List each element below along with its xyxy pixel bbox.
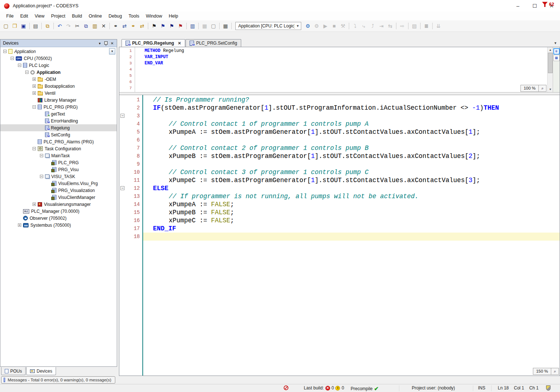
menu-tools[interactable]: Tools (125, 12, 142, 20)
write-values-button[interactable]: ▨ (410, 22, 418, 30)
code-gutter[interactable]: 123456789101112131415161718 (126, 96, 142, 241)
tabular-view-button[interactable]: ▦ (553, 55, 560, 61)
tree-expand-toggle[interactable]: − (25, 71, 29, 74)
panel-close-icon[interactable]: ✕ (109, 41, 115, 45)
step-into-button[interactable]: ⤷ (360, 22, 368, 30)
pin-icon[interactable] (103, 41, 109, 45)
tree-item-visuclientmanager[interactable]: VisuClientManager (0, 194, 117, 201)
panel-menu-icon[interactable]: ▾ (97, 41, 103, 45)
menu-edit[interactable]: Edit (17, 12, 31, 20)
minimize-button[interactable]: – (509, 0, 526, 12)
set-next-statement-button[interactable]: ⇆ (386, 22, 394, 30)
menu-build[interactable]: Build (68, 12, 85, 20)
tree-item-plc-prg-prg[interactable]: −PLC_PRG (PRG) (0, 103, 117, 110)
tree-expand-toggle[interactable]: − (33, 147, 36, 150)
pane-splitter[interactable]: ▲ ▼ (119, 92, 560, 95)
step-over-button[interactable]: ⤵ (351, 22, 359, 30)
undo-button[interactable]: ↶ (56, 22, 64, 30)
editor-tab-plc-prg-setconfig[interactable]: PLC_PRG.SetConfig (186, 39, 241, 47)
scroll-up-icon[interactable]: ▲ (548, 47, 553, 53)
tree-item-plc-manager-70-0000[interactable]: PLCPLC_Manager (70.0000) (0, 208, 117, 215)
tree-item-library-manager[interactable]: Library Manager (0, 97, 117, 103)
tree-item-visuelems-visu-prg[interactable]: VisuElems.Visu_Prg (0, 180, 117, 187)
tree-item-systembus-705000[interactable]: +Systembus (705000) (0, 222, 117, 229)
new-project-button[interactable]: ▢ (2, 22, 10, 30)
tree-expand-toggle[interactable]: − (11, 57, 14, 60)
maximize-button[interactable]: ☐ (526, 0, 543, 12)
code-editor[interactable]: // Is Programmer running?IF(stOem.astPro… (143, 96, 560, 241)
code-zoom-level[interactable]: 150 % (533, 368, 551, 375)
tree-expand-toggle[interactable]: − (40, 175, 43, 178)
tree-expand-toggle[interactable]: + (33, 91, 36, 95)
menu-debug[interactable]: Debug (105, 12, 125, 20)
tree-expand-toggle[interactable]: + (33, 203, 36, 206)
scroll-thumb[interactable] (548, 53, 553, 73)
tree-expand-toggle[interactable]: + (18, 223, 21, 227)
tree-item-observer-705002[interactable]: Observer (705002) (0, 215, 117, 222)
build-button[interactable]: ▦ (201, 22, 209, 30)
code-zoom-icon[interactable]: ⌕ (551, 368, 559, 375)
declaration-editor[interactable]: METHOD RegelungVAR_INPUTEND_VAR (135, 48, 546, 91)
scroll-down-icon[interactable]: ▼ (548, 87, 553, 92)
menu-online[interactable]: Online (85, 12, 105, 20)
messages-bar[interactable]: Messages - Total 0 error(s), 0 warning(s… (1, 376, 115, 384)
replace-in-project-button[interactable]: ⇄ (138, 22, 146, 30)
tree-expand-toggle[interactable]: − (33, 105, 36, 109)
login-button[interactable]: ⚙ (304, 22, 312, 30)
tree-item-plc-prg-alarms-prg[interactable]: PLC_PRG_Alarms (PRG) (0, 138, 117, 145)
start-button[interactable]: ▶ (321, 22, 329, 30)
generate-code-button[interactable]: ▦ (221, 22, 229, 30)
tree-item-maintask[interactable]: −MainTask (0, 152, 117, 159)
redo-button[interactable]: ↷ (64, 22, 72, 30)
combo-dropdown-icon[interactable]: ▼ (296, 24, 299, 28)
flow-control-button[interactable]: ≣ (422, 22, 430, 30)
tab-close-icon[interactable]: ✕ (178, 41, 181, 46)
active-application-combo[interactable]: Application [CPU: PLC Logic]▼ (235, 22, 301, 30)
logout-button[interactable]: ⚙ (313, 22, 321, 30)
tree-item-bootapplication[interactable]: +Bootapplication (0, 83, 117, 90)
print-button[interactable]: ▤ (31, 22, 40, 30)
find-button[interactable]: ⚭ (112, 22, 120, 30)
clean-button[interactable]: ▢ (209, 22, 217, 30)
code-pane[interactable]: −− 123456789101112131415161718 // Is Pro… (119, 95, 560, 376)
tree-item-prg-visu[interactable]: PRG_Visu (0, 166, 117, 173)
run-to-cursor-button[interactable]: ⇥ (377, 22, 385, 30)
menu-help[interactable]: Help (165, 12, 182, 20)
open-project-button[interactable]: ❒ (11, 22, 19, 30)
force-values-button[interactable]: ⇊ (434, 22, 443, 30)
menu-project[interactable]: Project (48, 12, 69, 20)
tree-item-plc-prg[interactable]: PLC_PRG (0, 159, 117, 166)
tree-expand-toggle[interactable]: − (3, 50, 7, 53)
declaration-scrollbar[interactable]: ▲ ▼ (547, 47, 553, 92)
copy-button[interactable]: ⧉ (82, 22, 90, 30)
tree-item-ventil[interactable]: +Ventil (0, 90, 117, 97)
tree-item-errorhandling[interactable]: ErrorHandling (0, 117, 117, 124)
tree-expand-toggle[interactable]: + (33, 84, 36, 88)
paste-button[interactable]: ▥ (91, 22, 99, 30)
step-out-button[interactable]: ⤴ (369, 22, 377, 30)
menu-file[interactable]: File (3, 12, 17, 20)
declaration-pane[interactable]: 1234567 METHOD RegelungVAR_INPUTEND_VAR … (119, 47, 560, 92)
tab-list-dropdown-icon[interactable]: ▼ (554, 41, 557, 45)
previous-bookmark-button[interactable]: ⚑ (159, 22, 167, 30)
breakpoints-button[interactable]: ⚒ (339, 22, 347, 30)
dock-tab-devices[interactable]: Devices (26, 367, 56, 375)
menu-window[interactable]: Window (142, 12, 165, 20)
stop-button[interactable]: ■ (330, 22, 338, 30)
tree-expand-toggle[interactable]: − (40, 154, 43, 157)
toggle-bookmark-button[interactable]: ⚑ (150, 22, 158, 30)
fold-collapse-icon[interactable]: − (120, 114, 124, 118)
fold-collapse-icon[interactable]: − (120, 186, 124, 190)
tree-item-visualisierungsmanager[interactable]: +Visualisierungsmanager (0, 201, 117, 208)
tree-item-gettext[interactable]: getText (0, 110, 117, 117)
save-project-button[interactable]: ▣ (19, 22, 27, 30)
dock-tab-pous[interactable]: POUs (1, 367, 26, 375)
tree-item-oem[interactable]: +-OEM (0, 76, 117, 83)
cross-references-button[interactable]: ▥ (188, 22, 197, 30)
tree-item-plc-logic[interactable]: −PLC Logic (0, 62, 117, 69)
cut-button[interactable]: ✂ (73, 22, 81, 30)
tree-item-regelung[interactable]: Regelung (0, 124, 117, 131)
tree-item-application[interactable]: −Application▼ (0, 48, 117, 55)
tree-item-visu-task[interactable]: −VISU_TASK (0, 173, 117, 180)
show-next-statement-button[interactable]: ⇨ (398, 22, 406, 30)
